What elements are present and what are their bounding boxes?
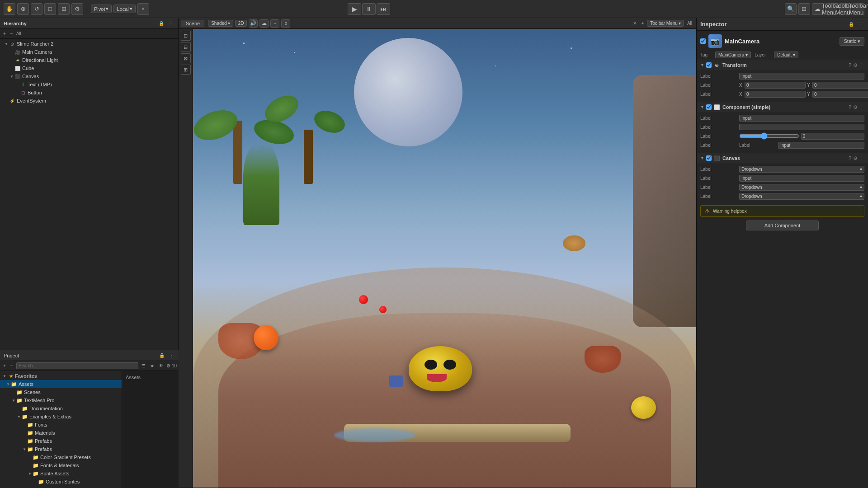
gizmo-btn-4[interactable]: ⊞ [181, 65, 191, 75]
component-simple-header[interactable]: ▼ ⬜ Component (simple) ? ⚙ ⋮ [697, 102, 868, 112]
transform-settings[interactable]: ⚙ [853, 62, 858, 68]
inspector-menu[interactable]: ⋮ [857, 21, 864, 27]
skybox-btn[interactable]: ☁ [259, 19, 269, 28]
canvas-dropdown-3[interactable]: Dropdown ▾ [739, 193, 864, 200]
add-component-button[interactable]: Add Component [746, 221, 819, 230]
scene-toolbar-menu[interactable]: Toolbar Menu ▾ [647, 20, 684, 27]
grid-button[interactable]: ⊞ [798, 3, 810, 15]
comp-simple-enabled-cb[interactable] [706, 104, 712, 110]
comp-simple-menu[interactable]: ⋮ [859, 104, 864, 110]
tree-item-cube[interactable]: ⬜ Cube [0, 64, 178, 72]
project-menu[interactable]: ⋮ [168, 352, 175, 358]
transform-y-input[interactable] [812, 82, 868, 89]
ptree-fonts-1[interactable]: 📁 Fonts [0, 421, 122, 429]
canvas-header[interactable]: ▼ ⬛ Canvas ? ⚙ ⋮ [697, 153, 868, 163]
ptree-custom-sprites[interactable]: 📁 Custom Sprites [0, 478, 122, 486]
pause-button[interactable]: ⏸ [362, 3, 376, 15]
extra-tool[interactable]: ⚬ [137, 3, 149, 15]
comp-simple-slider-value[interactable] [801, 133, 865, 140]
static-button[interactable]: Static ▾ [840, 37, 864, 46]
scene-all-label[interactable]: All [686, 20, 693, 26]
project-search-input[interactable] [16, 362, 138, 369]
comp-simple-settings[interactable]: ⚙ [853, 104, 858, 110]
ptree-documentation[interactable]: 📁 Documentation [0, 404, 122, 413]
canvas-input-1[interactable] [739, 175, 864, 182]
object-active-checkbox[interactable] [700, 38, 706, 44]
layer-value-dropdown[interactable]: Default ▾ [774, 52, 798, 58]
tree-item-canvas[interactable]: ▼ ⬛ Canvas [0, 72, 178, 80]
ptree-prefabs-1[interactable]: 📁 Prefabs [0, 437, 122, 445]
comp-simple-slider[interactable] [739, 132, 799, 140]
transform-menu[interactable]: ⋮ [859, 62, 864, 68]
transform-tool[interactable]: ⚙ [71, 3, 83, 15]
ptree-prefabs-2[interactable]: ▼ 📁 Prefabs [0, 445, 122, 453]
rotate-tool[interactable]: ↺ [31, 3, 42, 15]
hierarchy-minus[interactable]: − [9, 31, 14, 37]
tree-item-directional-light[interactable]: ☀ Directional Light [0, 56, 178, 64]
ptree-scenes[interactable]: 📁 Scenes [0, 388, 122, 396]
ptree-color-gradient[interactable]: 📁 Color Gradient Presets [0, 453, 122, 461]
ptree-scripts[interactable]: 📁 Scripts [0, 486, 122, 488]
tree-item-main-camera[interactable]: 🎥 Main Camera [0, 48, 178, 56]
gizmo-btn-3[interactable]: ⊠ [181, 53, 191, 63]
project-icon-btn-1[interactable]: ☰ [140, 363, 147, 369]
project-lock[interactable]: 🔒 [158, 352, 166, 358]
scene-add-btn[interactable]: + [640, 20, 645, 26]
audio-btn[interactable]: 🔊 [249, 19, 258, 28]
project-minus2[interactable]: − [9, 363, 14, 369]
gizmos-counter[interactable]: 0 [281, 19, 290, 28]
hierarchy-menu[interactable]: ⋮ [167, 20, 175, 26]
scene-tab[interactable]: Scene [181, 20, 204, 27]
ptree-materials[interactable]: 📁 Materials [0, 429, 122, 437]
transform-help[interactable]: ? [849, 62, 851, 68]
canvas-enabled-cb[interactable] [706, 155, 712, 161]
tree-item-button[interactable]: ⊡ Button [0, 89, 178, 97]
project-star[interactable]: ★ [149, 363, 156, 369]
transform-x2-input[interactable] [745, 91, 806, 98]
transform-header[interactable]: ▼ ⊕ Transform ? ⚙ ⋮ [697, 60, 868, 70]
effects-btn[interactable]: + [270, 19, 279, 28]
ptree-fonts-materials[interactable]: 📁 Fonts & Materials [0, 461, 122, 469]
shaded-dropdown[interactable]: Shaded ▾ [208, 20, 233, 27]
canvas-help[interactable]: ? [849, 155, 851, 161]
mode-2d-btn[interactable]: 2D [235, 20, 247, 27]
gizmo-btn-1[interactable]: ⊡ [181, 31, 191, 41]
hand-tool[interactable]: ✋ [4, 3, 15, 15]
comp-simple-input-1[interactable] [739, 115, 864, 122]
hierarchy-add[interactable]: + [2, 31, 7, 37]
rect-tool[interactable]: ⊞ [58, 3, 70, 15]
tree-item-eventsystem[interactable]: ⚡ EventSystem [0, 97, 178, 105]
canvas-dropdown-1[interactable]: Dropdown ▾ [739, 166, 864, 173]
ptree-textmesh[interactable]: ▼ 📁 TextMesh Pro [0, 396, 122, 404]
pivot-button[interactable]: Pivot ▾ [91, 5, 112, 13]
comp-simple-input-2[interactable] [778, 142, 864, 149]
inspector-lock[interactable]: 🔒 [847, 21, 855, 27]
hierarchy-lock[interactable]: 🔒 [157, 20, 165, 26]
local-button[interactable]: Local ▾ [113, 5, 135, 13]
project-add[interactable]: + [2, 363, 7, 369]
ptree-sprite-assets[interactable]: ▼ 📁 Sprite Assets [0, 469, 122, 478]
tree-item-text-tmp[interactable]: T Text (TMP) [0, 80, 178, 89]
project-eye[interactable]: 👁 [157, 363, 165, 369]
tag-value-dropdown[interactable]: MainCamera ▾ [715, 52, 751, 58]
ptree-examples[interactable]: ▼ 📁 Examples & Extras [0, 413, 122, 421]
transform-y2-input[interactable] [812, 91, 868, 98]
canvas-menu[interactable]: ⋮ [859, 155, 864, 161]
tree-root-item[interactable]: ▼ ⊙ Slime Rancher 2 [0, 40, 178, 48]
transform-enabled-cb[interactable] [706, 62, 712, 68]
canvas-settings[interactable]: ⚙ [853, 155, 858, 161]
toolbar-menu-3[interactable]: Toolbar Menu [853, 3, 864, 15]
comp-simple-help[interactable]: ? [849, 104, 851, 110]
transform-input-1[interactable] [739, 73, 864, 80]
search-button[interactable]: 🔍 [785, 3, 797, 15]
play-button[interactable]: ▶ [348, 3, 361, 15]
gizmo-btn-2[interactable]: ⊟ [181, 42, 191, 52]
transform-x-input[interactable] [745, 82, 806, 89]
comp-simple-color-field[interactable] [739, 124, 864, 130]
ptree-assets[interactable]: ▼ 📁 Assets [0, 380, 122, 388]
canvas-dropdown-2[interactable]: Dropdown ▾ [739, 184, 864, 191]
scene-x-btn[interactable]: ✕ [632, 20, 638, 26]
scene-view[interactable] [193, 29, 696, 488]
step-button[interactable]: ⏭ [377, 3, 390, 15]
scale-tool[interactable]: □ [44, 3, 56, 15]
